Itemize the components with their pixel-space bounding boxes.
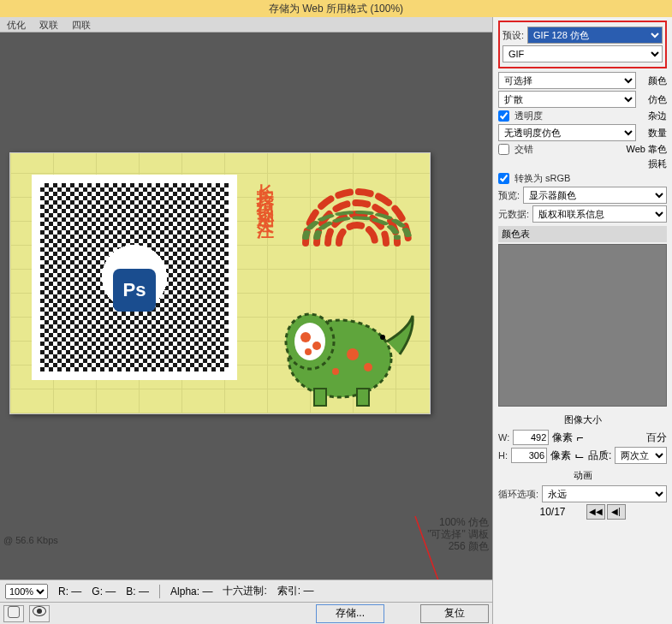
colors-label: 颜色 bbox=[639, 74, 667, 87]
tab-4up[interactable]: 四联 bbox=[68, 17, 94, 32]
loop-select[interactable]: 永远 bbox=[542, 485, 667, 502]
metadata-label: 元数据: bbox=[498, 208, 529, 221]
fingerprint-icon bbox=[293, 166, 421, 277]
tab-2up[interactable]: 双联 bbox=[36, 17, 62, 32]
frame-counter: 10/17 bbox=[539, 506, 565, 518]
interlace-checkbox[interactable] bbox=[498, 144, 509, 155]
amount-label: 数量 bbox=[639, 127, 667, 140]
height-label: H: bbox=[498, 450, 508, 461]
prev-frame-button[interactable]: ◀| bbox=[607, 504, 626, 520]
srgb-label: 转换为 sRGB bbox=[514, 172, 570, 185]
svg-rect-9 bbox=[314, 389, 326, 406]
artwork-preview: Ps 长按指纹识别关注 bbox=[9, 152, 431, 414]
percent-label: 百分 bbox=[646, 431, 667, 445]
quality-label: 品质: bbox=[588, 449, 611, 463]
window-title: 存储为 Web 所用格式 (100%) bbox=[0, 0, 672, 17]
svg-point-11 bbox=[380, 335, 385, 340]
hex-label: 十六进制: bbox=[223, 584, 266, 598]
palette-select[interactable]: 可选择 bbox=[498, 72, 636, 89]
interlace-label: 交错 bbox=[514, 143, 533, 156]
px-label-h: 像素 bbox=[550, 449, 571, 463]
hand-tool-button[interactable] bbox=[3, 605, 24, 622]
preset-highlight: 预设: GIF 128 仿色 GIF bbox=[498, 21, 667, 68]
metadata-select[interactable]: 版权和联系信息 bbox=[532, 205, 667, 223]
tool-row: 存储... 复位 bbox=[0, 602, 492, 624]
tab-optimize[interactable]: 优化 bbox=[3, 17, 29, 32]
preview-tool-button[interactable] bbox=[29, 605, 50, 622]
index-value: 索引: — bbox=[277, 584, 314, 598]
height-field[interactable] bbox=[511, 448, 547, 463]
zoom-select[interactable]: 100% bbox=[5, 584, 48, 599]
dither-label: 仿色 bbox=[639, 93, 667, 106]
websnap-label: Web 靠色 bbox=[627, 143, 667, 156]
matte-label: 杂边 bbox=[639, 110, 667, 122]
vertical-caption: 长按指纹识别关注 bbox=[254, 170, 277, 211]
svg-point-8 bbox=[332, 368, 339, 375]
color-table-title: 颜色表 bbox=[498, 226, 667, 242]
info-bar: 100% R: — G: — B: — Alpha: — 十六进制: 索引: — bbox=[0, 579, 492, 602]
loop-label: 循环选项: bbox=[498, 488, 538, 501]
svg-point-7 bbox=[364, 363, 372, 371]
first-frame-button[interactable]: ◀◀ bbox=[586, 504, 605, 520]
format-select[interactable]: GIF bbox=[503, 45, 663, 62]
elephant-icon bbox=[267, 290, 421, 410]
preview-canvas[interactable]: Ps 长按指纹识别关注 bbox=[0, 33, 492, 579]
svg-point-4 bbox=[312, 342, 321, 350]
width-label: W: bbox=[498, 432, 509, 443]
preset-select[interactable]: GIF 128 仿色 bbox=[527, 27, 663, 44]
trans-dither-select[interactable]: 无透明度仿色 bbox=[498, 124, 636, 141]
animation-title: 动画 bbox=[498, 467, 667, 484]
ps-logo-icon: Ps bbox=[113, 269, 156, 312]
preset-label: 预设: bbox=[503, 29, 524, 42]
dither-select[interactable]: 扩散 bbox=[498, 91, 636, 108]
b-value: B: — bbox=[126, 585, 149, 597]
reset-button[interactable]: 复位 bbox=[420, 604, 489, 623]
px-label-w: 像素 bbox=[552, 431, 573, 445]
svg-rect-10 bbox=[357, 389, 369, 406]
color-table[interactable] bbox=[498, 244, 667, 407]
svg-point-6 bbox=[347, 348, 359, 360]
preview-label: 预览: bbox=[498, 189, 520, 202]
save-button[interactable]: 存储... bbox=[316, 604, 384, 623]
svg-point-3 bbox=[300, 332, 311, 342]
g-value: G: — bbox=[92, 585, 116, 597]
srgb-checkbox[interactable] bbox=[498, 173, 509, 184]
status-kbps: @ 56.6 Kbps bbox=[3, 535, 58, 545]
status-info: 100% 仿色 "可选择" 调板 256 颜色 bbox=[427, 516, 489, 552]
loss-label: 损耗 bbox=[639, 157, 667, 170]
preview-select[interactable]: 显示器颜色 bbox=[523, 187, 667, 204]
quality-select[interactable]: 两次立 bbox=[615, 447, 667, 464]
svg-point-5 bbox=[305, 348, 312, 355]
width-field[interactable] bbox=[513, 430, 549, 445]
r-value: R: — bbox=[58, 585, 81, 597]
transparency-checkbox[interactable] bbox=[498, 110, 509, 122]
alpha-value: Alpha: — bbox=[170, 585, 212, 597]
transparency-label: 透明度 bbox=[514, 110, 543, 122]
settings-panel: 预设: GIF 128 仿色 GIF 可选择 颜色 扩散 仿色 透明度 杂边 无… bbox=[492, 17, 672, 624]
view-tabs: 优化 双联 四联 bbox=[0, 17, 492, 33]
imagesize-title: 图像大小 bbox=[498, 412, 667, 428]
qr-code: Ps bbox=[32, 175, 237, 380]
